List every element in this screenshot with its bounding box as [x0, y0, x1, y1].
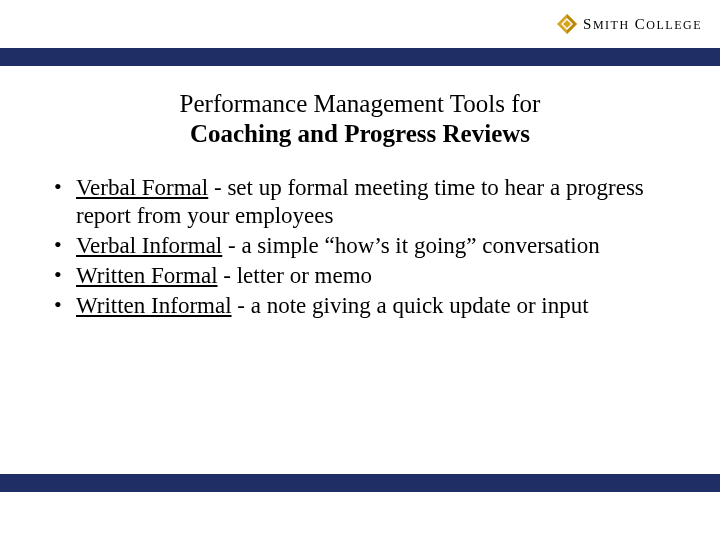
bullet-term: Written Formal	[76, 263, 218, 288]
bullet-term: Written Informal	[76, 293, 232, 318]
slide: SMITH COLLEGE Performance Management Too…	[0, 0, 720, 540]
bullet-text: - a note giving a quick update or input	[232, 293, 589, 318]
list-item: Verbal Formal - set up formal meeting ti…	[48, 174, 672, 230]
bullet-list: Verbal Formal - set up formal meeting ti…	[48, 174, 672, 320]
bottom-bar	[0, 474, 720, 492]
bullet-text: - letter or memo	[218, 263, 373, 288]
brand: SMITH COLLEGE	[557, 14, 702, 34]
brand-name: SMITH COLLEGE	[583, 16, 702, 33]
slide-body: Verbal Formal - set up formal meeting ti…	[0, 174, 720, 320]
top-bar	[0, 48, 720, 66]
bullet-term: Verbal Informal	[76, 233, 222, 258]
brand-diamond-icon	[557, 14, 577, 34]
title-line-2: Coaching and Progress Reviews	[60, 120, 660, 148]
bullet-text: - a simple “how’s it going” conversation	[222, 233, 600, 258]
title-line-1: Performance Management Tools for	[60, 90, 660, 118]
bullet-term: Verbal Formal	[76, 175, 208, 200]
header-area: SMITH COLLEGE	[0, 0, 720, 48]
list-item: Written Informal - a note giving a quick…	[48, 292, 672, 320]
slide-title: Performance Management Tools for Coachin…	[0, 90, 720, 148]
list-item: Verbal Informal - a simple “how’s it goi…	[48, 232, 672, 260]
list-item: Written Formal - letter or memo	[48, 262, 672, 290]
